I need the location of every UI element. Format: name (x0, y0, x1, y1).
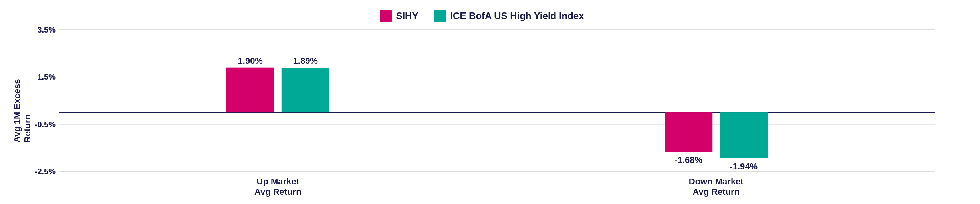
svg-text:1.90%: 1.90% (238, 56, 263, 66)
svg-text:-0.5%: -0.5% (35, 120, 56, 129)
svg-text:-1.68%: -1.68% (674, 155, 702, 165)
svg-text:1.89%: 1.89% (293, 56, 318, 66)
svg-rect-17 (720, 112, 768, 158)
svg-text:-2.5%: -2.5% (35, 167, 56, 176)
svg-text:-1.94%: -1.94% (730, 161, 758, 171)
legend-swatch-ice (434, 10, 446, 22)
chart-area: Avg 1M ExcessReturn 3.5%1.5%-0.5%-2.5%1.… (8, 26, 956, 196)
y-axis-label: Avg 1M ExcessReturn (8, 26, 33, 196)
svg-text:3.5%: 3.5% (37, 26, 56, 34)
chart-legend: SIHY ICE BofA US High Yield Index (8, 10, 956, 22)
svg-rect-15 (665, 112, 712, 152)
legend-label-sihy: SIHY (396, 10, 418, 22)
svg-rect-11 (282, 68, 329, 112)
legend-item-sihy: SIHY (380, 10, 418, 22)
svg-text:Down Market: Down Market (689, 177, 744, 186)
chart-container: SIHY ICE BofA US High Yield Index Avg 1M… (0, 0, 980, 204)
chart-inner: 3.5%1.5%-0.5%-2.5%1.90%1.89%Up MarketAvg… (33, 26, 956, 196)
svg-text:Avg Return: Avg Return (692, 187, 740, 197)
legend-swatch-sihy (380, 10, 392, 22)
legend-item-ice: ICE BofA US High Yield Index (434, 10, 584, 22)
svg-text:Avg Return: Avg Return (254, 187, 302, 197)
svg-text:1.5%: 1.5% (37, 73, 56, 81)
svg-text:Up Market: Up Market (257, 177, 300, 186)
svg-rect-9 (226, 68, 274, 112)
legend-label-ice: ICE BofA US High Yield Index (450, 10, 584, 22)
